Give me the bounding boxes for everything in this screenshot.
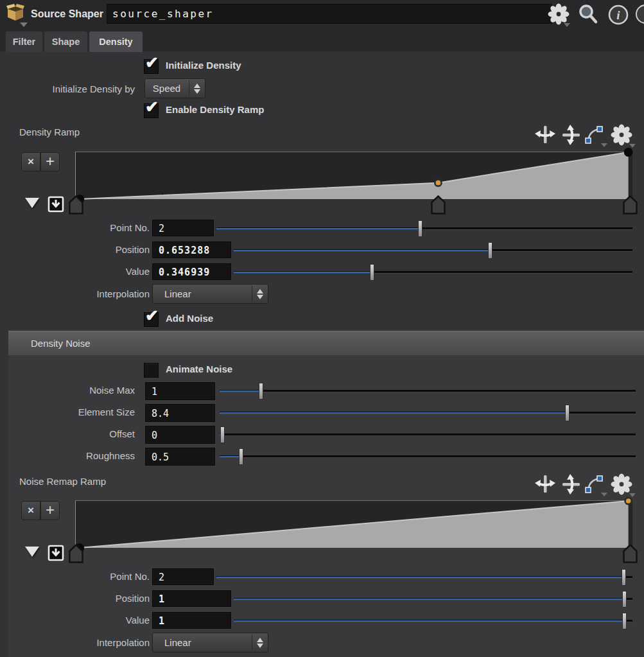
initialize-density-by-dropdown[interactable]: Speed [144, 78, 205, 98]
slider-thumb[interactable] [418, 220, 422, 237]
element-size-field[interactable]: 8.4 [145, 404, 215, 422]
initialize-density-by-label: Initialize Density by [0, 83, 135, 94]
offset-label: Offset [0, 428, 135, 439]
info-icon[interactable]: i [606, 3, 631, 27]
spinner-arrows-icon[interactable] [252, 635, 268, 651]
add-noise-checkbox[interactable]: ✔ [144, 312, 159, 327]
position-slider[interactable] [234, 591, 632, 608]
position-field[interactable]: 1 [152, 590, 231, 607]
value-field[interactable]: 0.346939 [152, 263, 231, 280]
extend-vertical-icon[interactable] [560, 123, 583, 146]
enable-density-ramp-checkbox[interactable]: ✔ [144, 103, 159, 118]
density-ramp-label: Density Ramp [19, 127, 80, 137]
ramp-point-handle[interactable] [623, 195, 638, 215]
element-size-slider[interactable] [220, 405, 636, 421]
value-slider[interactable] [234, 264, 632, 281]
animate-noise-checkbox[interactable] [144, 363, 159, 378]
value-field[interactable]: 1 [152, 612, 231, 629]
chevron-down-icon [601, 143, 607, 147]
ramp-point-handle[interactable] [623, 544, 638, 563]
ramp-point-handle[interactable] [431, 195, 446, 215]
ramp-presets-button[interactable] [48, 545, 64, 561]
ramp-handle-row [75, 544, 632, 565]
node-name-input[interactable] [107, 4, 552, 24]
chevron-down-icon [601, 493, 607, 496]
ramp-options-triangle-button[interactable] [25, 547, 39, 557]
point-no-field[interactable]: 2 [152, 568, 214, 585]
roughness-field[interactable]: 0.5 [145, 448, 215, 466]
ramp-curve-area[interactable] [75, 152, 632, 199]
checkmark-icon: ✔ [145, 98, 159, 116]
ramp-gear-menu-icon[interactable] [609, 123, 632, 146]
enable-density-ramp-row: ✔ Enable Density Ramp [0, 103, 644, 119]
ramp-presets-button[interactable] [48, 196, 64, 213]
noise-max-label: Noise Max [0, 385, 135, 396]
initialize-density-checkbox[interactable]: ✔ [144, 59, 159, 74]
ramp-gear-menu-icon[interactable] [609, 473, 632, 496]
ramp-curve-area[interactable] [75, 500, 632, 548]
extend-horizontal-icon[interactable] [534, 473, 557, 496]
position-slider[interactable] [234, 242, 632, 259]
slider-thumb[interactable] [622, 613, 627, 629]
point-no-slider[interactable] [216, 569, 632, 586]
ramp-point-handle[interactable] [69, 195, 83, 215]
slider-thumb[interactable] [565, 405, 570, 421]
edit-curve-icon[interactable] [582, 123, 605, 146]
node-type-chevron-icon[interactable] [20, 22, 28, 27]
add-point-button[interactable]: + [40, 152, 60, 171]
add-point-button[interactable]: + [40, 501, 60, 520]
density-ramp-widget: × + [0, 152, 644, 217]
tab-bar: Filter Shape Density [0, 28, 644, 51]
spinner-arrows-icon[interactable] [189, 80, 205, 96]
roughness-slider[interactable] [220, 448, 636, 465]
position-field[interactable]: 0.653288 [152, 241, 231, 258]
offset-field[interactable]: 0 [145, 426, 215, 444]
value-row: Value 0.346939 [0, 263, 644, 281]
ramp-point-handle[interactable] [69, 544, 83, 563]
titlebar: Source Shaper [0, 0, 644, 29]
offset-slider[interactable] [220, 426, 636, 443]
delete-point-button[interactable]: × [21, 152, 40, 171]
density-noise-header-label: Density Noise [31, 331, 91, 356]
interpolation-dropdown[interactable]: Linear [152, 284, 268, 304]
noise-max-row: Noise Max 1 [0, 382, 644, 400]
gear-menu-icon[interactable] [547, 3, 571, 27]
dropdown-value: Speed [145, 79, 188, 98]
noise-max-field[interactable]: 1 [145, 382, 215, 400]
slider-thumb[interactable] [488, 242, 492, 259]
search-icon[interactable] [577, 3, 601, 27]
density-ramp-toolbar [532, 123, 644, 149]
point-no-slider[interactable] [216, 220, 632, 237]
chevron-down-icon [629, 144, 636, 148]
noise-remap-ramp-label: Noise Remap Ramp [19, 476, 106, 487]
tab-density[interactable]: Density [89, 31, 143, 52]
interpolation-dropdown[interactable]: Linear [152, 633, 268, 653]
slider-thumb[interactable] [370, 264, 374, 281]
extend-horizontal-icon[interactable] [534, 123, 557, 146]
value-slider[interactable] [234, 613, 632, 629]
position-row: Position 0.653288 [0, 241, 644, 259]
noise-max-slider[interactable] [220, 383, 636, 399]
edit-curve-icon[interactable] [582, 473, 605, 496]
extend-vertical-icon[interactable] [560, 473, 583, 496]
help-icon[interactable] [636, 4, 644, 24]
point-no-label: Point No. [0, 222, 150, 233]
slider-thumb[interactable] [239, 448, 243, 465]
delete-point-button[interactable]: × [21, 501, 40, 520]
roughness-row: Roughness 0.5 [0, 448, 644, 466]
slider-thumb[interactable] [259, 383, 263, 399]
enable-density-ramp-label: Enable Density Ramp [166, 104, 264, 115]
slider-thumb[interactable] [220, 426, 225, 443]
interpolation-row: Interpolation Linear [0, 284, 644, 304]
slider-thumb[interactable] [622, 569, 626, 586]
ramp-options-triangle-button[interactable] [25, 198, 39, 208]
density-noise-header[interactable]: Density Noise [8, 331, 644, 355]
tab-filter[interactable]: Filter [5, 31, 43, 52]
tab-shape[interactable]: Shape [44, 31, 88, 52]
slider-thumb[interactable] [622, 591, 627, 608]
checkmark-icon: ✔ [145, 306, 159, 325]
spinner-arrows-icon[interactable] [252, 286, 268, 302]
initialize-density-row: ✔ Initialize Density [0, 59, 644, 74]
point-no-field[interactable]: 2 [152, 220, 214, 236]
node-type-box-icon[interactable] [6, 3, 25, 21]
